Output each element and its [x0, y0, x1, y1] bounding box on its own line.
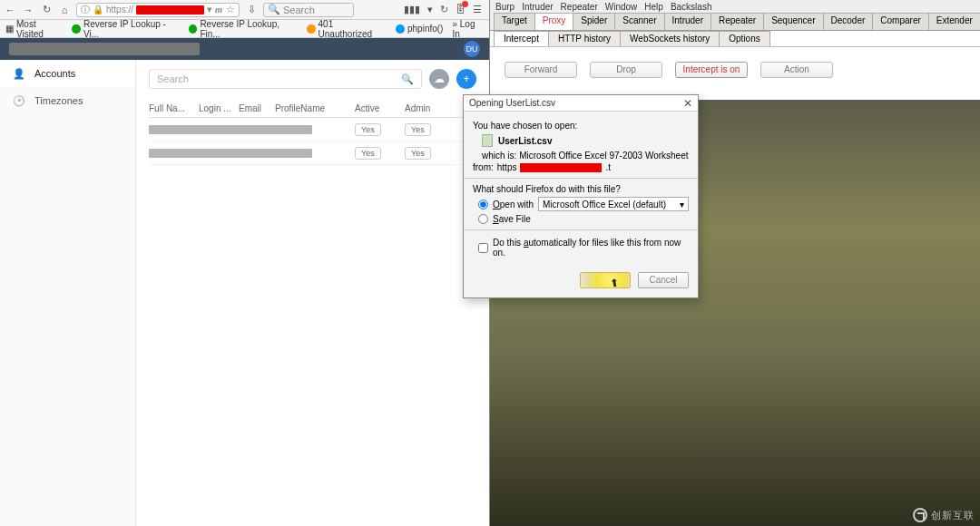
search-icon: 🔍 — [268, 4, 280, 15]
file-icon — [482, 134, 493, 147]
dialog-title: Opening UserList.csv — [469, 98, 555, 108]
save-file-row[interactable]: Save File — [478, 214, 689, 224]
web-app: DU 👤 Accounts 🕑 Timezones Search 🔍 — [0, 38, 489, 526]
sync-icon[interactable]: ↻ — [440, 4, 448, 15]
bookmarks-bar: ▦Most Visited Reverse IP Lookup - Vi... … — [0, 20, 489, 38]
col-email[interactable]: Email — [239, 103, 275, 113]
data-grid: Full Na... Login ... Email ProfileName A… — [149, 100, 476, 165]
forward-button[interactable]: Forward — [505, 62, 577, 78]
bm-lookup2[interactable]: Reverse IP Lookup, Fin... — [189, 19, 298, 39]
sidebar: 👤 Accounts 🕑 Timezones — [0, 60, 136, 526]
which-is: which is: Microsoft Office Excel 97-2003… — [482, 151, 689, 161]
menu-help[interactable]: Help — [644, 2, 663, 12]
col-active[interactable]: Active — [355, 103, 405, 113]
intercept-toggle[interactable]: Intercept is on — [675, 62, 748, 78]
page-info-icon[interactable]: ⓘ — [81, 4, 90, 16]
lock-icon: 🔒 — [93, 5, 103, 15]
chosen-label: You have chosen to open: — [473, 121, 689, 131]
auto-label: Do this automatically for files like thi… — [493, 238, 689, 258]
burp-sub-tabs: Intercept HTTP history WebSockets histor… — [490, 31, 980, 47]
sidebar-item-timezones[interactable]: 🕑 Timezones — [0, 87, 135, 114]
home-icon[interactable]: ⌂ — [58, 4, 71, 16]
search-placeholder: Search — [283, 5, 315, 15]
menu-intruder[interactable]: Intruder — [522, 2, 553, 12]
clock-icon: 🕑 — [13, 95, 25, 107]
from-redacted — [520, 163, 602, 172]
url-scheme: https:// — [106, 5, 133, 15]
search-input[interactable]: Search 🔍 — [149, 69, 422, 89]
table-row[interactable]: Yes Yes — [149, 141, 476, 165]
menu-window[interactable]: Window — [605, 2, 638, 12]
site-icon — [396, 24, 405, 34]
col-login[interactable]: Login ... — [199, 103, 239, 113]
library-icon[interactable]: 🗄 — [456, 4, 466, 15]
ok-button[interactable]: ⬆ — [580, 272, 631, 288]
tab-comparer[interactable]: Comparer — [872, 13, 928, 30]
tab-scanner[interactable]: Scanner — [614, 13, 664, 30]
add-button[interactable]: + — [456, 69, 476, 89]
dropdown-icon[interactable]: ▾ — [207, 4, 212, 15]
drop-button[interactable]: Drop — [590, 62, 662, 78]
chevron-down-icon: ▾ — [680, 200, 684, 209]
pocket-icon[interactable]: ▮▮▮ — [404, 4, 420, 15]
browser-search[interactable]: 🔍 Search — [263, 3, 354, 17]
subtab-intercept[interactable]: Intercept — [494, 31, 549, 46]
open-with-select[interactable]: Microsoft Office Excel (default) ▾ — [538, 197, 689, 211]
menu-backslash[interactable]: Backslash — [671, 2, 712, 12]
reader-icon[interactable]: 𝒎 — [215, 4, 223, 15]
bm-mostvisited[interactable]: ▦Most Visited — [5, 19, 63, 39]
tab-decoder[interactable]: Decoder — [823, 13, 874, 30]
tab-intruder[interactable]: Intruder — [664, 13, 711, 30]
star-icon[interactable]: ☆ — [226, 4, 235, 15]
sidebar-item-accounts[interactable]: 👤 Accounts — [0, 60, 135, 87]
cloud-icon: ☁ — [434, 73, 445, 85]
col-profile[interactable]: ProfileName — [275, 103, 355, 113]
app-title-redacted — [9, 43, 200, 55]
avatar[interactable]: DU — [464, 41, 480, 57]
tab-proxy[interactable]: Proxy — [534, 13, 574, 30]
auto-checkbox[interactable] — [478, 243, 488, 253]
subtab-ws[interactable]: WebSockets history — [620, 31, 720, 46]
subtab-http[interactable]: HTTP history — [548, 31, 621, 46]
admin-pill: Yes — [405, 147, 431, 160]
menu-burp[interactable]: Burp — [495, 2, 514, 12]
open-with-radio[interactable] — [478, 200, 488, 209]
auto-row[interactable]: Do this automatically for files like thi… — [478, 238, 689, 258]
forward-icon[interactable]: → — [22, 4, 34, 16]
tab-extender[interactable]: Extender — [928, 13, 980, 30]
tab-spider[interactable]: Spider — [573, 13, 615, 30]
col-fullname[interactable]: Full Na... — [149, 103, 199, 113]
sidebar-label: Accounts — [34, 68, 75, 79]
bm-401[interactable]: 401 Unauthorized — [307, 19, 387, 39]
plus-icon: + — [463, 73, 469, 85]
back-icon[interactable]: ← — [4, 4, 16, 16]
open-with-row[interactable]: Open with Microsoft Office Excel (defaul… — [478, 197, 689, 211]
user-icon: 👤 — [13, 68, 25, 80]
grid-icon: ▦ — [5, 24, 14, 34]
action-button[interactable]: Action — [760, 62, 833, 78]
tab-sequencer[interactable]: Sequencer — [763, 13, 823, 30]
table-row[interactable]: Yes Yes — [149, 118, 476, 141]
download-icon[interactable]: ⇩ — [245, 4, 258, 16]
bm-phpinfo[interactable]: phpinfo() — [396, 24, 443, 34]
tab-repeater[interactable]: Repeater — [710, 13, 764, 30]
file-name: UserList.csv — [498, 136, 552, 146]
bookbar-icon[interactable]: ▾ — [427, 4, 433, 15]
hamburger-icon[interactable]: ☰ — [473, 4, 482, 15]
save-file-radio[interactable] — [478, 214, 488, 224]
bm-lookup1[interactable]: Reverse IP Lookup - Vi... — [72, 19, 179, 39]
bm-login[interactable]: » Log In — [452, 19, 484, 39]
export-button[interactable]: ☁ — [429, 69, 449, 89]
save-file-label: Save File — [493, 214, 531, 224]
redacted-cell — [149, 125, 312, 134]
menu-repeater[interactable]: Repeater — [561, 2, 598, 12]
reload-icon[interactable]: ↻ — [40, 4, 53, 16]
tab-target[interactable]: Target — [494, 13, 535, 30]
close-icon[interactable]: ✕ — [683, 97, 692, 110]
redacted-cell — [149, 149, 312, 158]
cancel-button[interactable]: Cancel — [638, 272, 689, 288]
active-pill: Yes — [355, 147, 381, 160]
subtab-options[interactable]: Options — [719, 31, 769, 46]
col-admin[interactable]: Admin — [405, 103, 455, 113]
url-bar[interactable]: ⓘ 🔒 https:// ▾ 𝒎 ☆ — [76, 3, 240, 17]
